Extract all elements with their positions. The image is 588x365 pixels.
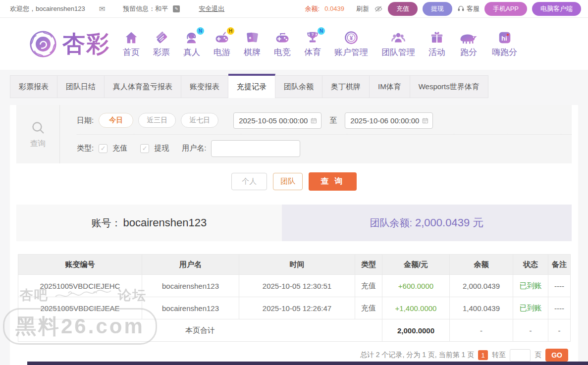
- nav-item-lottery[interactable]: 彩票: [153, 30, 170, 58]
- logout-link[interactable]: 安全退出: [199, 4, 224, 13]
- esports-gamepad-icon: [275, 30, 290, 45]
- goto-page-input[interactable]: [510, 349, 531, 362]
- hide-balance-icon[interactable]: [374, 4, 383, 13]
- team-balance-value: 2,000.0439 元: [415, 215, 483, 230]
- logo-emblem-icon: [29, 30, 57, 58]
- cell-type: 充值: [355, 297, 382, 319]
- col-header-change-id: 账变编号: [18, 255, 142, 275]
- search-button[interactable]: 查 询: [309, 172, 356, 191]
- main-content: 彩票报表 团队日结 真人体育盈亏报表 账变报表 充提记录 团队余额 奥丁棋牌 I…: [0, 70, 588, 365]
- query-side-panel: 查询: [16, 105, 60, 163]
- hi-icon: hi: [497, 30, 512, 45]
- content-panel: 查询 日期: 今日 近三日 近七日 2025-10-05 00:00:00: [10, 105, 578, 365]
- nav-item-sports[interactable]: ? N 体育: [304, 30, 321, 58]
- tab-wesports[interactable]: Wesports世界体育: [410, 75, 488, 98]
- edit-icon[interactable]: ✎: [173, 5, 180, 12]
- action-buttons: 个人 团队 查 询: [10, 172, 578, 191]
- withdraw-checkbox[interactable]: ✓: [140, 144, 149, 153]
- tab-team-balance[interactable]: 团队余额: [275, 75, 322, 98]
- balance-value: 0.0439: [324, 5, 344, 12]
- svg-text:¥: ¥: [350, 34, 353, 41]
- tab-account-change[interactable]: 账变报表: [181, 75, 228, 98]
- pc-client-button[interactable]: 电脑客户端: [532, 2, 581, 16]
- cell-balance: 1,400.0439: [450, 297, 513, 319]
- team-button[interactable]: 团队: [273, 173, 303, 190]
- query-side-label: 查询: [30, 139, 46, 149]
- mobile-app-button[interactable]: 手机APP: [484, 2, 527, 16]
- nav-item-slots[interactable]: H 电游: [214, 30, 230, 58]
- account-name-block: 账号： bocairenshen123: [16, 205, 282, 241]
- nav-item-team-manage[interactable]: 团队管理: [381, 30, 415, 58]
- ticket-icon: [154, 30, 169, 45]
- cell-username: bocairenshen123: [142, 297, 239, 319]
- tab-lottery-report[interactable]: 彩票报表: [10, 75, 57, 98]
- cell-amount: +1,400.0000: [382, 297, 450, 319]
- nav-item-activity[interactable]: 活动: [428, 30, 445, 58]
- username-label: 用户名:: [182, 144, 206, 153]
- col-header-balance: 余额: [450, 255, 513, 275]
- summary-label: 本页合计: [18, 319, 382, 342]
- gift-icon: [429, 30, 444, 45]
- account-label: 账号：: [91, 216, 121, 230]
- tab-im-sports[interactable]: IM体育: [370, 75, 410, 98]
- cell-amount: +600.0000: [382, 275, 450, 297]
- customer-service-link[interactable]: 客服: [457, 4, 480, 13]
- go-button[interactable]: GO: [545, 349, 568, 362]
- col-header-amount: 金额/元: [382, 255, 450, 275]
- nav-item-esports[interactable]: 电竞: [274, 30, 291, 58]
- table-row: 20251005VBDCIEJEAE bocairenshen123 2025-…: [18, 297, 571, 319]
- cell-time: 2025-10-05 12:30:51: [239, 275, 355, 297]
- footer-bar: [27, 362, 588, 365]
- cell-status: 已到账: [513, 275, 548, 297]
- preset-today-button[interactable]: 今日: [99, 113, 133, 128]
- message-icon[interactable]: ✉: [99, 5, 106, 12]
- cell-type: 充值: [355, 275, 382, 297]
- username-input[interactable]: [211, 140, 300, 157]
- tab-aoding-cards[interactable]: 奥丁棋牌: [322, 75, 370, 98]
- nav-item-home[interactable]: 首页: [123, 30, 140, 58]
- date-filter-row: 日期: 今日 近三日 近七日 2025-10-05 00:00:00 至: [77, 106, 572, 134]
- home-icon: [124, 30, 139, 45]
- nav-item-cards[interactable]: ♠ 棋牌: [244, 30, 261, 58]
- nav-item-paofen[interactable]: 跑分: [459, 30, 479, 58]
- recharge-checkbox[interactable]: ✓: [99, 144, 107, 153]
- coin-icon: ¥: [344, 30, 359, 45]
- col-header-time: 时间: [239, 255, 355, 275]
- tab-team-daily[interactable]: 团队日结: [57, 75, 105, 98]
- preset-7days-button[interactable]: 近七日: [181, 113, 218, 128]
- account-summary-band: 账号： bocairenshen123 团队余额: 2,000.0439 元: [16, 205, 572, 241]
- cell-change-id: 20251005VBDCIEJEHC: [18, 275, 142, 297]
- cell-status: 已到账: [513, 297, 548, 319]
- table-row: 20251005VBDCIEJEHC bocairenshen123 2025-…: [18, 275, 571, 297]
- refresh-link[interactable]: 刷新: [356, 4, 369, 13]
- summary-remark: -: [548, 319, 571, 342]
- nav-item-hi-paofen[interactable]: hi 嗨跑分: [492, 30, 517, 58]
- logo-text: 杏彩: [62, 29, 110, 59]
- recharge-button[interactable]: 充值: [388, 2, 418, 16]
- cell-username: bocairenshen123: [142, 275, 239, 297]
- preset-3days-button[interactable]: 近三日: [138, 113, 176, 128]
- date-to-input[interactable]: 2025-10-06 00:00:00: [345, 112, 433, 129]
- site-logo[interactable]: 杏彩: [29, 29, 110, 59]
- nav-item-live[interactable]: N 真人: [183, 30, 200, 58]
- col-header-type: 类型: [355, 255, 382, 275]
- summary-balance: -: [450, 319, 513, 342]
- current-page-button[interactable]: 1: [478, 350, 488, 360]
- date-range-to-label: 至: [329, 116, 337, 125]
- summary-amount: 2,000.0000: [382, 319, 450, 342]
- col-header-status: 状态: [513, 255, 548, 275]
- header: 杏彩 首页 彩票 N 真人 H 电游: [0, 18, 588, 70]
- new-badge: N: [197, 27, 204, 35]
- team-balance-label: 团队余额:: [370, 216, 412, 230]
- cell-time: 2025-10-05 12:26:47: [239, 297, 355, 319]
- goto-label: 转至: [492, 351, 506, 360]
- personal-button[interactable]: 个人: [231, 173, 267, 190]
- query-filter: 查询 日期: 今日 近三日 近七日 2025-10-05 00:00:00: [16, 105, 572, 163]
- tab-recharge-withdraw[interactable]: 充提记录: [228, 74, 275, 98]
- pagination-summary: 总计 2 个记录, 分为 1 页, 当前第 1 页: [360, 351, 474, 360]
- tab-live-sports-pl[interactable]: 真人体育盈亏报表: [105, 75, 181, 98]
- withdraw-button[interactable]: 提现: [423, 2, 452, 16]
- date-from-input[interactable]: 2025-10-05 00:00:00: [233, 112, 321, 129]
- cell-remark: ----: [548, 297, 571, 319]
- nav-item-account-manage[interactable]: ¥ 账户管理: [334, 30, 368, 58]
